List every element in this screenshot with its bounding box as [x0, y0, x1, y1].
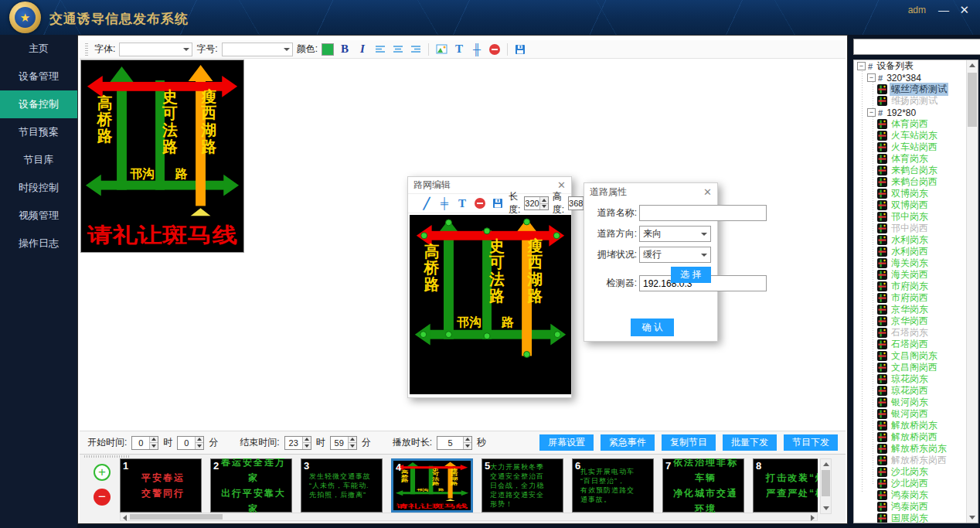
sign-preview[interactable]: 高桥路史可法路瘦西湖路邗沟路请礼让斑马线 [80, 60, 244, 253]
sidebar-item-4[interactable]: 节目预案 [0, 118, 77, 146]
tree-device-item[interactable]: 火车站岗西 [854, 141, 978, 153]
insert-image-button[interactable] [434, 43, 448, 56]
italic-button[interactable]: I [356, 43, 369, 56]
spinner-arrows[interactable] [539, 197, 548, 209]
scroll-down-icon[interactable] [823, 506, 829, 510]
collapse-icon[interactable]: − [867, 108, 876, 117]
sidebar-item-1[interactable]: 主页 [0, 35, 77, 63]
tree-device-item[interactable]: 沙北岗西 [854, 478, 978, 489]
tree-device-item[interactable]: 琼花岗东 [854, 373, 978, 385]
confirm-button[interactable]: 确 认 [631, 319, 674, 336]
road-network-button[interactable]: ╫ [470, 43, 484, 56]
tree-device-item[interactable]: 鸿泰岗东 [854, 489, 978, 501]
end-hour-spinner[interactable]: 23 [284, 436, 311, 450]
sidebar-item-5[interactable]: 节目库 [0, 146, 77, 174]
tree-device-item[interactable]: 石塔岗西 [854, 339, 978, 350]
tree-device-item[interactable]: 水利岗西 [854, 246, 978, 257]
tree-device-item[interactable]: 解放桥东岗西 [854, 455, 978, 466]
delete-tool-button[interactable] [473, 196, 487, 210]
tree-device-item[interactable]: 银河岗东 [854, 397, 978, 408]
roadnet-dialog-titlebar[interactable]: 路网编辑 ✕ [408, 177, 571, 194]
align-right-button[interactable] [409, 43, 423, 56]
scrollbar-thumb[interactable] [822, 470, 830, 496]
tree-device-item[interactable]: 市府岗东 [854, 281, 978, 292]
sidebar-item-7[interactable]: 视频管理 [0, 202, 77, 230]
tree-device-item[interactable]: 海关岗西 [854, 269, 978, 281]
thumbnails-vertical-scrollbar[interactable] [820, 458, 832, 514]
end-min-spinner[interactable]: 59 [330, 436, 357, 450]
tree-device-item[interactable]: 水利岗东 [854, 234, 978, 246]
insert-text-button[interactable]: T [452, 43, 466, 56]
tree-root[interactable]: −#设备列表 [854, 60, 978, 72]
emergency-event-button[interactable]: 紧急事件 [601, 434, 655, 451]
color-swatch[interactable] [322, 43, 334, 56]
scroll-left-icon[interactable] [123, 515, 127, 521]
tree-device-item[interactable]: 邗中岗西 [854, 223, 978, 234]
spinner-arrows[interactable] [195, 437, 203, 449]
scroll-down-icon[interactable] [969, 516, 975, 519]
tree-device-item[interactable]: 邗中岗东 [854, 211, 978, 223]
tree-device-item[interactable]: 来鹤台岗西 [854, 176, 978, 188]
bold-button[interactable]: B [338, 43, 352, 56]
program-thumbnail-5[interactable]: 大力开展秋冬季交通安全整治百日会战，全力稳定道路交通安全形势！5 [481, 458, 563, 513]
thumbnails-horizontal-scrollbar[interactable] [120, 513, 818, 521]
add-program-button[interactable]: + [94, 464, 111, 481]
tree-device-item[interactable]: 来鹤台岗东 [854, 165, 978, 176]
direction-select[interactable]: 来向 [639, 226, 711, 242]
save-tool-button[interactable] [491, 196, 505, 210]
tree-device-item[interactable]: 体育岗东 [854, 153, 978, 165]
save-button[interactable] [513, 43, 527, 56]
duration-spinner[interactable]: 5 [437, 436, 472, 450]
text-tool-button[interactable]: T [455, 196, 469, 210]
tree-group-320*384[interactable]: −#320*384 [854, 72, 978, 83]
screen-settings-button[interactable]: 屏幕设置 [539, 434, 594, 451]
spinner-arrows[interactable] [302, 437, 311, 449]
props-close-icon[interactable]: ✕ [703, 186, 712, 198]
tree-device-item[interactable]: 火车站岗东 [854, 130, 978, 141]
font-select[interactable] [119, 43, 192, 56]
tree-device-item[interactable]: 石塔岗东 [854, 327, 978, 339]
copy-program-button[interactable]: 复制节目 [662, 434, 716, 451]
tree-device-item[interactable]: 京华岗西 [854, 315, 978, 327]
congestion-select[interactable]: 缓行 [639, 247, 711, 263]
tree-device-item[interactable]: 解放桥东岗东 [854, 443, 978, 455]
delete-button[interactable] [488, 43, 502, 56]
tree-device-item[interactable]: 双博岗东 [854, 188, 978, 199]
toolbar-grip[interactable] [85, 43, 88, 56]
spinner-arrows[interactable] [149, 437, 158, 449]
program-thumbnail-1[interactable]: 平安春运交警同行1 [120, 458, 202, 513]
tree-device-item[interactable]: 银河岗西 [854, 408, 978, 420]
program-thumbnail-3[interactable]: 发生轻微交通事故“人未伤，车能动.先拍照，后撤离”3 [301, 458, 383, 513]
batch-send-button[interactable]: 批量下发 [723, 434, 777, 451]
tree-device-item[interactable]: 京华岗东 [854, 304, 978, 315]
collapse-icon[interactable]: − [857, 62, 866, 70]
size-select[interactable] [222, 43, 293, 56]
program-thumbnail-4[interactable]: 高桥路史可法路瘦西湖路邗沟路请礼让斑马线4 [391, 458, 473, 513]
minimize-button[interactable]: — [938, 3, 949, 17]
scrollbar-thumb[interactable] [968, 73, 977, 127]
close-button[interactable]: ✕ [959, 3, 969, 17]
road-segment-button[interactable]: ╪ [437, 196, 451, 210]
tree-device-item[interactable]: 解放桥岗东 [854, 420, 978, 431]
spinner-arrows[interactable] [348, 437, 356, 449]
roadnet-editor-canvas[interactable]: 高桥路史可法路瘦西湖路邗沟路 [410, 215, 571, 394]
program-thumbnail-8[interactable]: 打击改装“炸严查严处“机8 [753, 458, 818, 513]
road-name-input[interactable] [639, 205, 767, 221]
scroll-right-icon[interactable] [811, 515, 815, 521]
panel-grip[interactable] [84, 455, 131, 458]
tree-device-item[interactable]: 琼花岗西 [854, 385, 978, 397]
select-detector-button[interactable]: 选 择 [671, 267, 711, 283]
sidebar-item-8[interactable]: 操作日志 [0, 230, 77, 257]
tree-device-item[interactable]: 解放桥岗西 [854, 431, 978, 443]
tree-device-item[interactable]: 维扬岗测试 [854, 95, 978, 107]
sidebar-item-6[interactable]: 时段控制 [0, 174, 77, 202]
tree-device-item[interactable]: 鸿泰岗西 [854, 501, 978, 513]
tree-device-item[interactable]: 文昌阁岗东 [854, 350, 978, 362]
program-thumbnail-7[interactable]: 依法治理非标车辆净化城市交通环境7 [662, 458, 744, 513]
remove-program-button[interactable]: − [94, 489, 111, 506]
scroll-up-icon[interactable] [823, 462, 829, 466]
tree-device-item[interactable]: 文昌阁岗西 [854, 362, 978, 373]
program-thumbnail-6[interactable]: 扎实开展电动车“百日整治”，有效预防道路交通事故。6 [572, 458, 654, 513]
roadnet-close-icon[interactable]: ✕ [557, 179, 566, 191]
tree-device-item[interactable]: 螺丝湾桥测试 [854, 83, 978, 95]
